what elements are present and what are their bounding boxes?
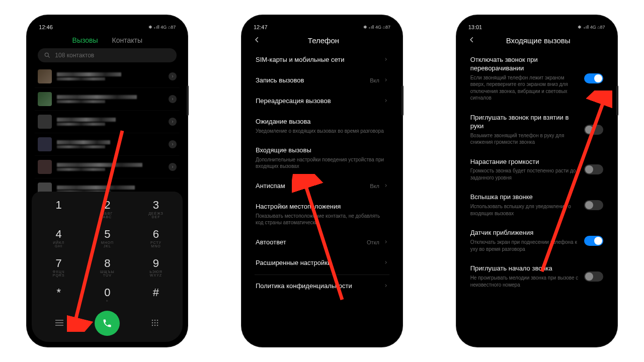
key-number: 7 xyxy=(56,257,62,269)
avatar xyxy=(38,160,52,174)
dialpad: 12АБВГABC3ДЕЁЖЗDEF4ИЙКЛGHI5МНОПJKL6РСТУM… xyxy=(32,192,183,342)
settings-item[interactable]: Запись вызововВкл xyxy=(255,70,389,91)
tab-calls[interactable]: Вызовы xyxy=(72,36,98,44)
item-title: Отключать звонок при переворачивании xyxy=(470,56,580,73)
item-title: Политика конфиденциальности xyxy=(256,282,379,291)
key-sub: ЬЭЮЯWXYZ xyxy=(134,270,178,277)
item-title: Ожидание вызова xyxy=(256,118,388,126)
item-desc: Использовать вспышку для уведомления о в… xyxy=(470,203,580,217)
chevron-right-icon xyxy=(383,283,388,290)
dialpad-key[interactable]: 7ФХЦЧPQRS xyxy=(37,254,80,280)
settings-item[interactable]: Ожидание вызоваУведомление о входящих вы… xyxy=(255,112,389,140)
settings-item[interactable]: Политика конфиденциальности xyxy=(255,276,389,297)
key-sub: РСТУMNO xyxy=(134,241,178,248)
key-sub: МНОПJKL xyxy=(86,241,129,248)
key-number: 3 xyxy=(153,199,159,211)
row-detail-icon[interactable] xyxy=(169,95,177,103)
header: Телефон xyxy=(247,31,397,50)
row-detail-icon[interactable] xyxy=(169,163,177,171)
statusbar: 13:01 ✱ ₊ıll 4G ⌂87 xyxy=(461,20,612,31)
status-icons: ✱ ₊ıll 4G ⌂87 xyxy=(363,25,390,30)
toggle-switch[interactable] xyxy=(584,236,603,246)
dialpad-key[interactable]: 8ШЩЪЫTUV xyxy=(86,254,129,280)
item-desc: Не проигрывать мелодии звонка при вызове… xyxy=(470,275,580,288)
toggle-switch[interactable] xyxy=(584,272,603,282)
settings-item[interactable]: Датчик приближенияОтключать экран при по… xyxy=(469,223,604,258)
dialpad-key[interactable]: 5МНОПJKL xyxy=(86,225,129,251)
settings-item[interactable]: Нарастание громкостиГромкость звонка буд… xyxy=(469,152,604,188)
chevron-right-icon xyxy=(383,98,388,105)
search-input[interactable]: 108 контактов xyxy=(38,48,177,62)
svg-point-9 xyxy=(154,322,156,323)
phone-mockup-2: 12:47 ✱ ₊ıll 4G ⌂87 Телефон SIM-карты и … xyxy=(242,15,403,347)
menu-button[interactable] xyxy=(49,319,69,328)
settings-item[interactable]: Приглушать звонок при взятии в рукиВозьм… xyxy=(469,108,604,152)
key-sub: АБВГABC xyxy=(86,212,129,219)
settings-item[interactable]: АвтоответОткл xyxy=(255,232,389,253)
key-number: # xyxy=(153,286,159,299)
settings-item[interactable]: Настройки местоположенияПоказывать место… xyxy=(255,197,389,232)
call-row[interactable] xyxy=(35,88,180,111)
statusbar: 12:47 ✱ ₊ıll 4G ⌂87 xyxy=(247,20,397,31)
settings-item[interactable]: Расширенные настройки xyxy=(255,253,389,274)
grid-icon xyxy=(151,319,159,327)
key-number: 6 xyxy=(153,228,159,240)
call-row[interactable] xyxy=(35,133,180,156)
status-icons: ✱ ₊ıll 4G ⌂87 xyxy=(578,25,605,30)
dialpad-key[interactable]: 9ЬЭЮЯWXYZ xyxy=(134,254,178,280)
key-sub: ИЙКЛGHI xyxy=(37,241,80,248)
toggle-switch[interactable] xyxy=(584,125,603,135)
settings-item[interactable]: Вспышка при звонкеИспользовать вспышку д… xyxy=(469,187,604,223)
status-time: 12:47 xyxy=(254,24,268,30)
item-title: Настройки местоположения xyxy=(256,203,388,211)
item-value: Вкл xyxy=(370,183,379,189)
dialpad-key[interactable]: * xyxy=(37,283,80,306)
search-placeholder: 108 контактов xyxy=(55,52,94,59)
call-row[interactable] xyxy=(35,111,180,133)
settings-item[interactable]: Отключать звонок при переворачиванииЕсли… xyxy=(469,50,604,108)
svg-point-10 xyxy=(157,322,158,323)
svg-point-6 xyxy=(154,319,156,321)
item-title: Вспышка при звонке xyxy=(470,193,580,202)
call-button[interactable] xyxy=(95,311,120,336)
settings-item[interactable]: Приглушать начало звонкаНе проигрывать м… xyxy=(469,258,604,294)
dialpad-key[interactable]: 4ИЙКЛGHI xyxy=(37,225,80,251)
row-detail-icon[interactable] xyxy=(169,118,177,126)
call-row[interactable] xyxy=(35,65,180,88)
search-icon xyxy=(44,52,51,59)
toggle-switch[interactable] xyxy=(584,200,603,210)
svg-point-13 xyxy=(157,324,158,326)
item-title: SIM-карты и мобильные сети xyxy=(256,56,379,64)
hamburger-icon xyxy=(54,319,64,326)
call-row[interactable] xyxy=(35,156,180,178)
key-number: * xyxy=(56,286,61,299)
toggle-switch[interactable] xyxy=(584,73,603,83)
dialpad-key[interactable]: 3ДЕЁЖЗDEF xyxy=(134,196,178,222)
settings-item[interactable]: SIM-карты и мобильные сети xyxy=(255,50,389,70)
toggle-switch[interactable] xyxy=(584,164,603,174)
avatar xyxy=(38,92,52,106)
settings-item[interactable]: Переадресация вызовов xyxy=(255,91,389,112)
item-title: Расширенные настройки xyxy=(256,259,379,267)
settings-item[interactable]: АнтиспамВкл xyxy=(255,176,389,197)
settings-item[interactable]: Входящие вызовыДополнительные настройки … xyxy=(255,140,389,176)
tab-contacts[interactable]: Контакты xyxy=(112,36,142,44)
dialpad-key[interactable]: # xyxy=(134,283,178,306)
item-value: Откл xyxy=(367,239,379,245)
dialpad-key[interactable]: 0+ xyxy=(86,283,129,306)
item-title: Антиспам xyxy=(256,182,366,191)
status-icons: ✱ ₊ıll 4G ⌂87 xyxy=(148,25,176,30)
dialpad-toggle[interactable] xyxy=(145,319,165,328)
dialpad-key[interactable]: 2АБВГABC xyxy=(86,196,129,222)
svg-line-1 xyxy=(48,56,50,58)
item-title: Нарастание громкости xyxy=(470,158,580,166)
row-detail-icon[interactable] xyxy=(169,72,177,80)
dialpad-key[interactable]: 6РСТУMNO xyxy=(134,225,178,251)
dialpad-key[interactable]: 1 xyxy=(37,196,80,222)
avatar xyxy=(38,69,52,83)
top-tabs: Вызовы Контакты xyxy=(32,31,183,48)
item-title: Датчик приближения xyxy=(470,229,580,237)
phone-mockup-3: 13:01 ✱ ₊ıll 4G ⌂87 Входящие вызовы Откл… xyxy=(456,15,617,347)
row-detail-icon[interactable] xyxy=(169,140,177,148)
key-number: 0 xyxy=(104,286,110,299)
